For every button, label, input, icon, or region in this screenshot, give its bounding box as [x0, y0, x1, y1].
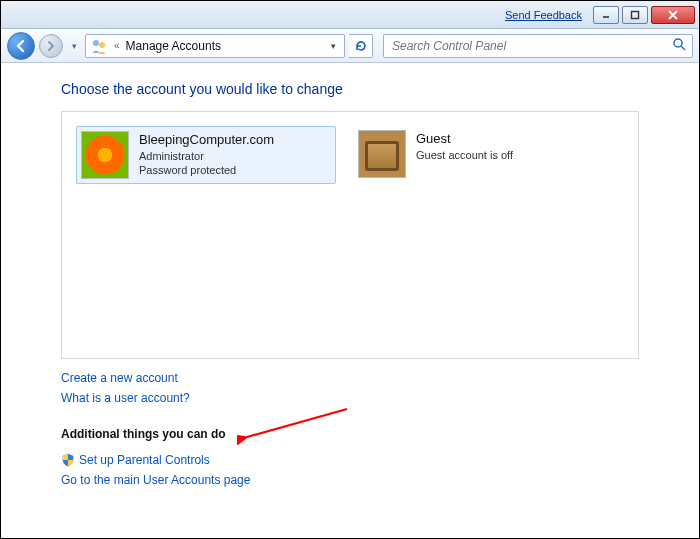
refresh-button[interactable] [349, 34, 373, 58]
svg-rect-1 [632, 11, 639, 18]
navigation-toolbar: ▾ « Manage Accounts ▾ [1, 29, 699, 63]
page-title: Choose the account you would like to cha… [61, 81, 639, 97]
parental-controls-label: Set up Parental Controls [79, 453, 210, 467]
breadcrumb-dropdown[interactable]: ▾ [326, 41, 340, 51]
search-icon [672, 37, 686, 54]
account-role: Administrator [139, 149, 274, 164]
additional-links: Set up Parental Controls Go to the main … [61, 453, 639, 487]
what-is-user-account-link[interactable]: What is a user account? [61, 391, 639, 405]
main-user-accounts-link[interactable]: Go to the main User Accounts page [61, 473, 639, 487]
account-avatar [358, 130, 406, 178]
svg-point-4 [674, 39, 682, 47]
forward-button[interactable] [39, 34, 63, 58]
send-feedback-link[interactable]: Send Feedback [505, 9, 582, 21]
back-button[interactable] [7, 32, 35, 60]
chevron-icon: « [114, 40, 120, 51]
breadcrumb[interactable]: « Manage Accounts ▾ [85, 34, 345, 58]
window: Send Feedback ▾ « Manage Accounts ▾ [0, 0, 700, 539]
svg-point-2 [93, 40, 99, 46]
account-status: Password protected [139, 163, 274, 178]
maximize-button[interactable] [622, 6, 648, 24]
minimize-button[interactable] [593, 6, 619, 24]
shield-icon [61, 453, 75, 467]
account-name: Guest [416, 130, 513, 148]
accounts-list: BleepingComputer.com Administrator Passw… [61, 111, 639, 359]
content-area: Choose the account you would like to cha… [1, 63, 699, 538]
additional-heading: Additional things you can do [61, 427, 639, 441]
account-avatar [81, 131, 129, 179]
search-input[interactable] [390, 38, 666, 54]
titlebar: Send Feedback [1, 1, 699, 29]
svg-line-5 [681, 46, 685, 50]
close-button[interactable] [651, 6, 695, 24]
parental-controls-link[interactable]: Set up Parental Controls [61, 453, 639, 467]
breadcrumb-title: Manage Accounts [126, 39, 320, 53]
action-links: Create a new account What is a user acco… [61, 371, 639, 405]
user-accounts-icon [90, 37, 108, 55]
account-tile[interactable]: BleepingComputer.com Administrator Passw… [76, 126, 336, 184]
account-info: BleepingComputer.com Administrator Passw… [139, 131, 274, 179]
account-name: BleepingComputer.com [139, 131, 274, 149]
create-account-link[interactable]: Create a new account [61, 371, 639, 385]
nav-history-dropdown[interactable]: ▾ [67, 41, 81, 51]
account-tile[interactable]: Guest Guest account is off [354, 126, 614, 182]
svg-point-3 [99, 42, 105, 48]
account-status: Guest account is off [416, 148, 513, 163]
account-info: Guest Guest account is off [416, 130, 513, 178]
search-box[interactable] [383, 34, 693, 58]
